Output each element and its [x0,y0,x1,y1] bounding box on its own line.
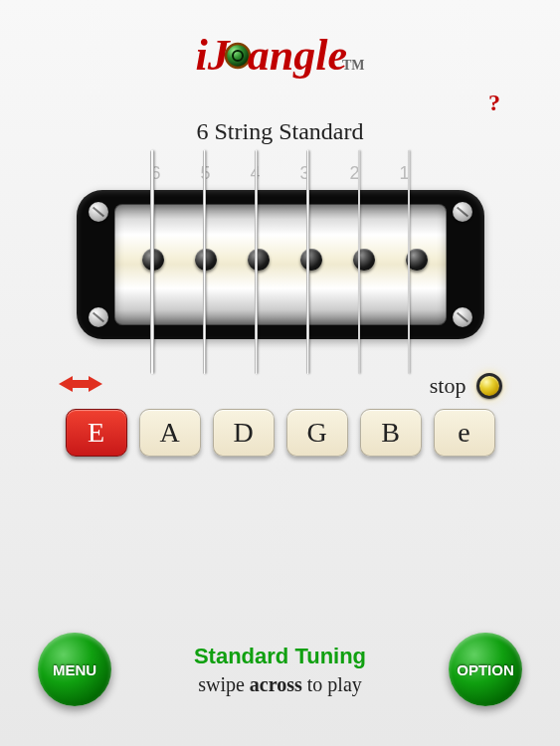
pole-piece [353,249,375,271]
svg-point-0 [226,44,250,68]
logo-rest: angle [248,30,347,81]
option-button[interactable]: OPTION [449,633,522,706]
string-5[interactable] [203,150,207,374]
pickup-chrome [114,204,447,325]
pole-piece [248,249,270,271]
note-button-e-low[interactable]: E [66,409,127,457]
tuning-name: Standard Tuning [111,644,449,669]
string-3[interactable] [306,150,309,374]
swipe-hint: swipe across to play [111,673,449,696]
screw-icon [89,307,108,327]
hint-bold: across [250,673,302,695]
note-button-row: E A D G B e [0,409,560,457]
screw-icon [453,307,472,327]
footer: MENU Standard Tuning swipe across to pla… [0,633,560,706]
screw-icon [453,202,472,222]
svg-marker-3 [81,376,102,392]
tuning-title: 6 String Standard [0,118,560,145]
help-icon[interactable]: ? [488,90,500,116]
footer-center: Standard Tuning swipe across to play [111,644,449,696]
stop-label: stop [430,373,467,399]
string-4[interactable] [255,150,258,374]
svg-marker-2 [59,376,81,392]
pole-piece [300,249,322,271]
hint-pre: swipe [198,673,250,695]
app-logo: i J angle TM [0,0,560,81]
note-button-b[interactable]: B [360,409,422,457]
logo-i: i [195,30,207,81]
controls-row: stop [47,371,514,401]
note-button-d[interactable]: D [213,409,275,457]
swipe-arrows-icon [59,371,102,401]
hint-post: to play [302,673,362,695]
string-6[interactable] [150,150,154,374]
note-button-a[interactable]: A [139,409,201,457]
logo-tm: TM [342,58,365,74]
stop-led-button[interactable] [476,373,502,399]
string-1[interactable] [408,150,410,374]
note-button-g[interactable]: G [286,409,348,457]
note-button-e-high[interactable]: e [434,409,495,457]
pickup-area[interactable] [77,190,484,339]
menu-button[interactable]: MENU [38,633,111,706]
screw-icon [89,202,108,222]
string-number-row: 6 5 4 3 2 1 [101,163,460,184]
string-2[interactable] [358,150,360,374]
